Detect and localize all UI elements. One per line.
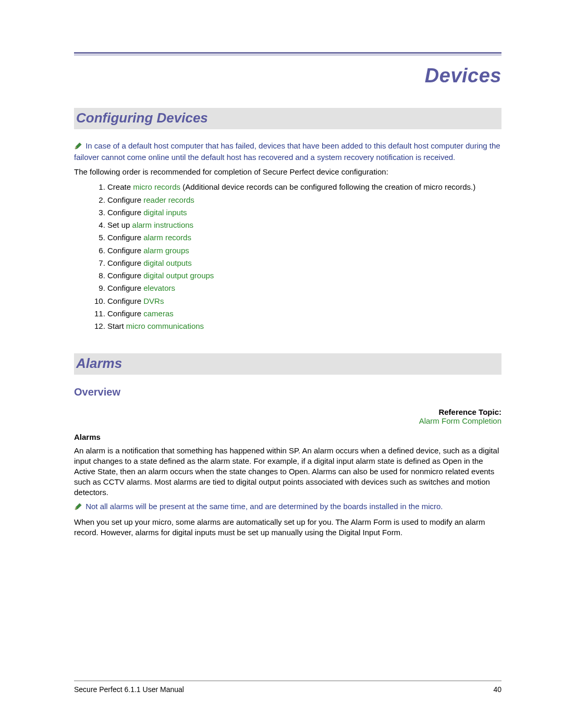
step-text-pre: Configure (107, 309, 143, 318)
section-heading-alarms: Alarms (74, 353, 501, 375)
step-text-pre: Configure (107, 246, 143, 255)
list-item: Configure alarm records (107, 231, 501, 244)
step-link[interactable]: micro records (133, 182, 180, 191)
step-link[interactable]: elevators (143, 283, 175, 292)
step-link[interactable]: digital output groups (143, 271, 214, 280)
list-item: Set up alarm instructions (107, 219, 501, 231)
list-item: Start micro communications (107, 320, 501, 332)
step-link[interactable]: DVRs (143, 297, 164, 305)
page-footer: Secure Perfect 6.1.1 User Manual 40 (74, 681, 501, 694)
reference-topic-block: Reference Topic: Alarm Form Completion (74, 408, 501, 425)
alarms-paragraph-2: When you set up your micro, some alarms … (74, 517, 501, 538)
list-item: Configure DVRs (107, 295, 501, 307)
step-link[interactable]: reader records (143, 195, 194, 204)
section-heading-configuring-devices: Configuring Devices (74, 108, 501, 129)
intro-paragraph: The following order is recommended for c… (74, 167, 501, 177)
step-text-pre: Configure (107, 297, 143, 305)
page-top-rule (74, 52, 501, 55)
step-text-pre: Configure (107, 258, 143, 267)
step-text-pre: Configure (107, 271, 143, 280)
pencil-icon (74, 142, 82, 152)
list-item: Configure digital outputs (107, 257, 501, 269)
step-link[interactable]: digital outputs (143, 258, 192, 267)
step-link[interactable]: micro communications (126, 322, 204, 330)
info-note-configuring: In case of a default host computer that … (74, 141, 501, 163)
list-item: Configure reader records (107, 194, 501, 206)
list-item: Configure cameras (107, 307, 501, 320)
info-note-alarms: Not all alarms will be present at the sa… (74, 501, 501, 513)
step-text-post: (Additional device records can be config… (180, 182, 475, 191)
step-link[interactable]: alarm groups (143, 246, 189, 255)
step-link[interactable]: alarm records (143, 233, 191, 242)
step-link[interactable]: digital inputs (143, 208, 187, 217)
list-item: Configure elevators (107, 282, 501, 294)
step-link[interactable]: cameras (143, 309, 174, 318)
chapter-title: Devices (74, 65, 501, 87)
list-item: Configure digital output groups (107, 269, 501, 282)
footer-rule (74, 681, 501, 681)
footer-page-number: 40 (493, 685, 501, 694)
list-item: Create micro records (Additional device … (107, 181, 501, 193)
step-text-pre: Configure (107, 233, 143, 242)
step-text-pre: Create (107, 182, 133, 191)
step-text-pre: Configure (107, 195, 143, 204)
pencil-icon (74, 502, 82, 513)
note-text: Not all alarms will be present at the sa… (85, 502, 443, 511)
step-text-pre: Set up (107, 220, 132, 229)
alarms-paragraph-1: An alarm is a notification that somethin… (74, 446, 501, 497)
alarms-subtitle: Alarms (74, 433, 501, 441)
subheading-overview: Overview (74, 386, 501, 398)
reference-topic-link[interactable]: Alarm Form Completion (74, 416, 501, 425)
list-item: Configure digital inputs (107, 206, 501, 219)
step-text-pre: Start (107, 322, 126, 330)
reference-topic-label: Reference Topic: (74, 408, 501, 416)
step-text-pre: Configure (107, 283, 143, 292)
footer-doc-title: Secure Perfect 6.1.1 User Manual (74, 685, 184, 694)
note-text: In case of a default host computer that … (74, 141, 500, 162)
configuration-steps-list: Create micro records (Additional device … (107, 181, 501, 332)
list-item: Configure alarm groups (107, 244, 501, 257)
step-link[interactable]: alarm instructions (132, 220, 194, 229)
step-text-pre: Configure (107, 208, 143, 217)
